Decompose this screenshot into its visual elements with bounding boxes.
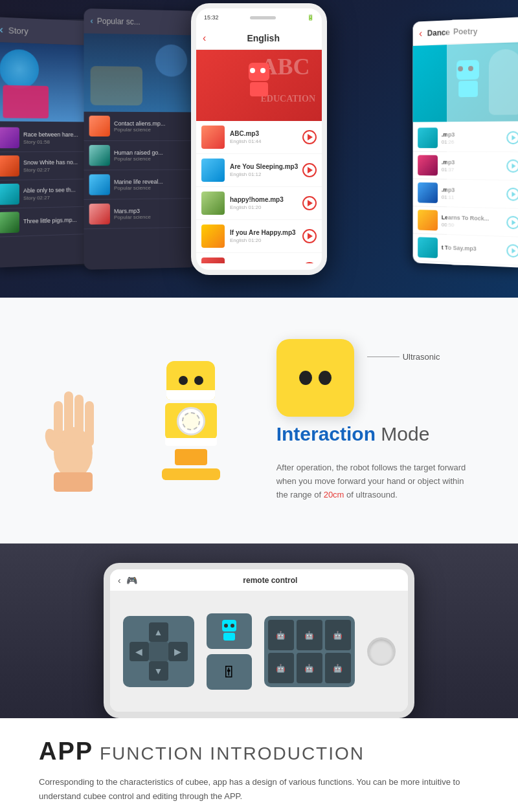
center-song-list: ABC.mp3 English 01:44 Are You Sleeping.m… [196,121,322,263]
app-func-desc1: Corresponding to the characteristics of … [39,775,479,804]
second-left-back: ‹ [91,16,93,25]
stand-connector [175,449,207,465]
pose-item[interactable]: 🤖 [325,653,351,683]
song-thumb [201,126,225,149]
song-info: If you Are Happy.mp3 English 01:20 [230,229,302,243]
time-display: 15:32 [204,14,219,21]
screens-container: ‹ Popular sc... ‹ Story Race between har… [0,0,518,298]
play-icon [308,134,313,140]
down-arrow-icon: ▼ [149,661,168,681]
title: Human raised go... [114,149,163,155]
yellow-robot-display [162,361,220,480]
left-arrow-icon: ◀ [130,642,149,661]
dpad-center [149,642,168,661]
directional-pad: ▲ ▼ ◀ ▶ [130,622,188,681]
face-eye-left [299,371,312,385]
ultrasonic-label: Ultrasonic [403,352,440,362]
middle-controls: 🎚 [207,613,252,690]
screen-far-right: Poetry [447,19,518,265]
pose-item[interactable]: 🤖 [297,620,322,650]
yellow-robot-torso [165,403,217,439]
song-meta: English 01:12 [230,171,302,177]
song-thumb [201,258,225,263]
robot-control-card[interactable] [207,613,252,649]
interaction-description: After operation, the robot follows the t… [276,461,477,501]
pose-icon: 🤖 [276,631,286,640]
info: Human raised go... Popular science [114,149,163,161]
play-button[interactable] [302,262,317,263]
title: Contact aliens.mp... [114,120,165,126]
thumb [89,204,110,225]
dpad-down-button[interactable]: ▼ [149,661,168,681]
pose-icon: 🤖 [276,664,286,673]
left-hero-book [3,85,49,118]
dpad-up-button[interactable]: ▲ [149,622,168,642]
song-title: If you Are Happy.mp3 [230,229,302,236]
second-left-header: ‹ Popular sc... [84,8,196,35]
gamepad-icon: 🎮 [126,575,137,586]
play-button[interactable] [302,163,317,177]
pose-item[interactable]: 🤖 [325,620,351,650]
dpad-right-button[interactable]: ▶ [168,642,188,661]
center-back-btn[interactable]: ‹ [203,32,206,44]
speaker-circle [177,407,205,435]
hand-illustration [41,349,106,492]
song-meta: English 01:20 [230,237,302,243]
song-thumb [201,192,225,215]
left-hero-planet [0,49,39,89]
face-eye-right [319,371,332,385]
far-right-header: Poetry [447,19,518,44]
home-button[interactable] [367,637,396,666]
phone-back-button[interactable]: ‹ [118,575,121,586]
center-hero-banner: ABCEDUCATION [196,50,322,121]
meta: Popular science [114,155,163,161]
song-thumb [418,210,438,230]
pose-icon: 🤖 [333,664,343,673]
pose-icon: 🤖 [333,631,343,640]
title: Marine life reveal... [114,178,163,185]
yellow-robot-head [166,361,215,400]
small-robot-body [223,633,235,641]
robot-head [249,63,269,81]
song-thumbnail [0,155,19,177]
thumb [89,116,110,137]
play-button[interactable] [302,229,317,243]
dpad-container: ▲ ▼ ◀ ▶ [123,616,194,687]
pose-item[interactable]: 🤖 [268,653,294,683]
desc-end: of ultrasound. [344,490,397,499]
pose-item[interactable]: 🤖 [297,653,322,683]
song-thumbnail [0,184,19,205]
svg-rect-2 [64,391,73,446]
play-icon [308,167,313,173]
pose-item[interactable]: 🤖 [268,620,294,650]
speed-gauge-card[interactable]: 🎚 [207,654,252,690]
left-back-arrow: ‹ [0,24,3,36]
ultrasonic-line: Ultrasonic [367,352,440,362]
robot-face-closeup [276,339,354,417]
song-info: happy!home.mp3 English 01:20 [230,196,302,210]
play-button[interactable] [302,196,317,210]
list-item: Human raised go... Popular science [84,141,196,170]
song-thumbnail [0,212,19,233]
hero-rocket [91,66,142,105]
list-item: Merry Christmas.mp3 [196,253,322,263]
center-app-header: ‹ English [196,27,322,50]
list-item: If you Are Happy.mp3 English 01:20 [196,220,322,253]
play-button[interactable] [302,130,317,144]
small-robot-figure [220,620,239,642]
song-thumb [201,159,225,182]
second-left-hero [84,33,196,112]
song-title: happy!home.mp3 [230,196,302,203]
svg-rect-6 [54,472,93,492]
dpad-left-button[interactable]: ◀ [130,642,149,661]
face-and-label: Ultrasonic [276,339,440,417]
song-title: Are You Sleeping.mp3 [230,163,302,170]
phone-horizontal: ‹ 🎮 remote control ▲ ▼ ◀ ▶ [104,563,414,718]
section-app-function: ‹ 🎮 remote control ▲ ▼ ◀ ▶ [0,543,518,812]
screen-second-left: ‹ Popular sc... Contact aliens.mp... Pop… [84,8,196,270]
song-thumb [201,225,225,248]
info: Mars.mp3 Popular science [114,207,151,220]
section-app-screens: ‹ Popular sc... ‹ Story Race between har… [0,0,518,298]
meta: Popular science [114,184,163,191]
song-info: Are You Sleeping.mp3 English 01:12 [230,163,302,177]
